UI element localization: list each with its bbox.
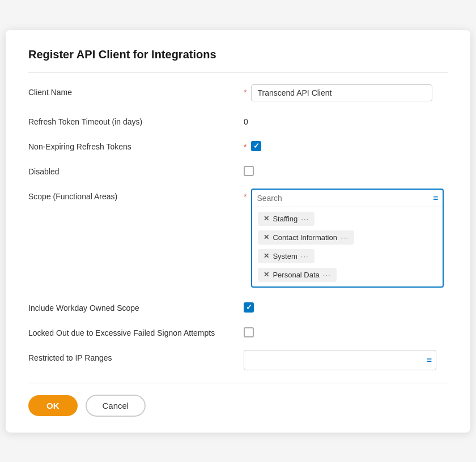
disabled-checkbox-wrapper <box>244 164 254 176</box>
restricted-ip-wrapper: ≡ <box>244 350 436 370</box>
check-icon: ✓ <box>253 142 260 149</box>
footer-buttons: OK Cancel <box>28 395 448 417</box>
locked-out-field <box>244 325 448 337</box>
scope-field-wrapper: ≡ ✕ Staffing ··· ✕ Contact Information ·… <box>251 189 448 288</box>
client-name-row: Client Name * <box>28 84 448 101</box>
tag-personal-data-label: Personal Data <box>273 271 319 279</box>
workday-owned-scope-checkbox-wrapper: ✓ <box>244 300 254 313</box>
tag-system: ✕ System ··· <box>258 249 314 263</box>
scope-search-row: ≡ <box>252 190 443 207</box>
client-name-field: * <box>244 84 448 101</box>
ok-button[interactable]: OK <box>28 395 78 416</box>
tag-system-remove[interactable]: ✕ <box>264 252 269 260</box>
tag-staffing-remove[interactable]: ✕ <box>264 215 269 223</box>
scope-list-icon[interactable]: ≡ <box>433 193 438 203</box>
non-expiring-tokens-label: Non-Expiring Refresh Tokens <box>28 139 244 151</box>
tag-contact-label: Contact Information <box>273 233 337 242</box>
tag-personal-data: ✕ Personal Data ··· <box>258 268 336 282</box>
footer-divider <box>28 383 448 383</box>
tag-personal-data-dots[interactable]: ··· <box>323 271 331 279</box>
cancel-button[interactable]: Cancel <box>86 395 146 417</box>
restricted-ip-input[interactable] <box>244 350 436 370</box>
tag-staffing-dots[interactable]: ··· <box>301 215 309 223</box>
title-divider <box>28 72 448 73</box>
tag-contact-information: ✕ Contact Information ··· <box>258 230 354 245</box>
workday-owned-scope-label: Include Workday Owned Scope <box>28 300 244 313</box>
tag-personal-data-remove[interactable]: ✕ <box>264 271 269 279</box>
refresh-token-timeout-value: 0 <box>244 114 248 126</box>
register-api-dialog: Register API Client for Integrations Cli… <box>6 30 470 433</box>
restricted-ip-field: ≡ <box>244 350 448 370</box>
locked-out-checkbox-wrapper <box>244 325 254 337</box>
restricted-ip-label: Restricted to IP Ranges <box>28 350 244 362</box>
required-star-3: * <box>244 192 246 201</box>
tag-staffing-label: Staffing <box>273 215 298 223</box>
non-expiring-tokens-field: * ✓ <box>244 139 448 151</box>
tag-system-label: System <box>273 252 297 260</box>
refresh-token-timeout-label: Refresh Token Timeout (in days) <box>28 114 244 126</box>
locked-out-row: Locked Out due to Excessive Failed Signo… <box>28 325 448 337</box>
refresh-token-timeout-row: Refresh Token Timeout (in days) 0 <box>28 114 448 126</box>
disabled-label: Disabled <box>28 164 244 176</box>
refresh-token-timeout-field: 0 <box>244 114 448 126</box>
non-expiring-tokens-checkbox[interactable]: ✓ <box>251 141 261 151</box>
tag-staffing: ✕ Staffing ··· <box>258 212 314 226</box>
tag-contact-remove[interactable]: ✕ <box>264 233 269 241</box>
locked-out-checkbox[interactable] <box>244 327 254 337</box>
client-name-input[interactable] <box>251 84 432 101</box>
locked-out-label: Locked Out due to Excessive Failed Signo… <box>28 325 244 337</box>
workday-owned-scope-field: ✓ <box>244 300 448 313</box>
scope-container: ≡ ✕ Staffing ··· ✕ Contact Information ·… <box>251 189 444 288</box>
workday-owned-scope-checkbox[interactable]: ✓ <box>244 302 254 313</box>
tag-contact-dots[interactable]: ··· <box>341 233 348 242</box>
required-star: * <box>244 88 246 97</box>
scope-row: Scope (Functional Areas) * ≡ ✕ Staffing … <box>28 189 448 288</box>
disabled-checkbox[interactable] <box>244 166 254 176</box>
disabled-row: Disabled <box>28 164 448 176</box>
non-expiring-tokens-row: Non-Expiring Refresh Tokens * ✓ <box>28 139 448 151</box>
client-name-label: Client Name <box>28 84 244 97</box>
workday-owned-scope-row: Include Workday Owned Scope ✓ <box>28 300 448 313</box>
scope-search-input[interactable] <box>257 194 433 203</box>
non-expiring-tokens-checkbox-wrapper: ✓ <box>251 139 261 151</box>
restricted-ip-row: Restricted to IP Ranges ≡ <box>28 350 448 370</box>
check-icon-2: ✓ <box>246 303 252 311</box>
scope-tags: ✕ Staffing ··· ✕ Contact Information ···… <box>252 207 443 286</box>
scope-label: Scope (Functional Areas) <box>28 189 244 201</box>
tag-system-dots[interactable]: ··· <box>301 252 309 260</box>
disabled-field <box>244 164 448 176</box>
dialog-title: Register API Client for Integrations <box>28 48 448 61</box>
scope-field: * ≡ ✕ Staffing ··· ✕ <box>244 189 448 288</box>
required-star-2: * <box>244 142 246 151</box>
restricted-ip-list-icon[interactable]: ≡ <box>427 355 432 365</box>
